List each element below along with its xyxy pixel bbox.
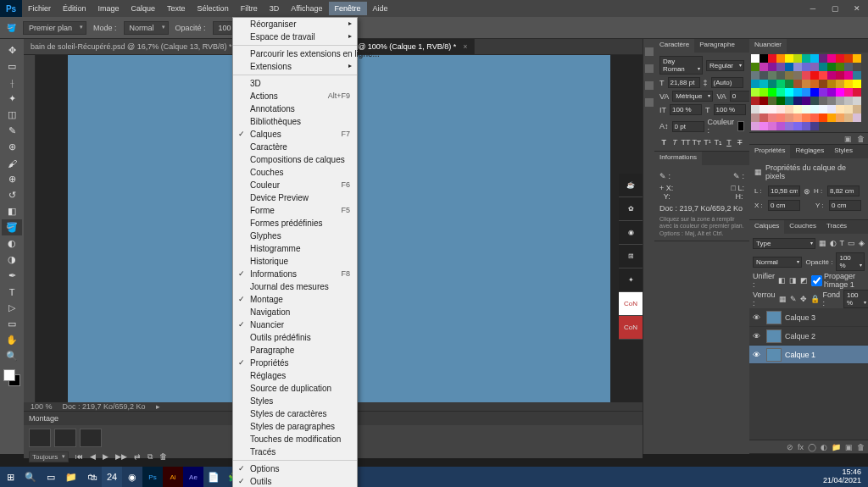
adjustment-icon[interactable]: ◐ [821,443,827,451]
swatch[interactable] [785,88,793,97]
illustrator-icon[interactable]: Ai [163,467,183,487]
menu-item[interactable]: InformationsF8 [233,268,357,280]
menu-3d[interactable]: 3D [264,2,286,15]
font-family-dropdown[interactable]: Day Roman [659,56,703,75]
swatch[interactable] [751,88,760,97]
paths-tab[interactable]: Tracés [821,220,852,234]
dock-icon[interactable] [645,98,654,107]
swatch[interactable] [853,88,861,97]
fill-dropdown[interactable]: 100 % [843,290,868,308]
styles-tab[interactable]: Styles [829,145,858,158]
menu-texte[interactable]: Texte [161,2,192,15]
swatch[interactable] [802,80,810,88]
swatch[interactable] [776,105,785,113]
x-input[interactable] [768,200,800,211]
history-brush-tool[interactable]: ↺ [2,187,22,203]
tl-first-icon[interactable]: ⏮ [75,452,83,461]
layer-row[interactable]: 👁Calque 3 [749,308,868,327]
zoom-level[interactable]: 100 % [31,402,53,411]
swatch[interactable] [810,105,819,113]
fg-color[interactable] [3,369,15,381]
swatch[interactable] [760,122,768,130]
menu-item[interactable]: Device Preview [233,191,357,204]
swatch[interactable] [802,97,810,105]
swatch[interactable] [844,113,853,122]
filter-icon[interactable]: T [840,239,845,247]
tl-prev-icon[interactable]: ◀ [90,452,96,461]
swatch[interactable] [810,71,819,80]
swatch[interactable] [802,113,810,122]
swatch[interactable] [751,113,760,122]
unify-icon[interactable]: ◨ [789,276,797,285]
swatch[interactable] [776,54,785,63]
menu-item[interactable]: Bibliothèques [233,115,357,128]
swatch[interactable] [827,80,836,88]
swatch[interactable] [760,63,768,71]
swatch[interactable] [836,80,844,88]
swatch[interactable] [785,63,793,71]
kerning-dropdown[interactable]: Métrique [672,91,713,102]
menu-item[interactable]: Montage [233,293,357,306]
menu-item[interactable]: Styles [233,395,357,407]
swatch[interactable] [802,122,810,130]
pen-tool[interactable]: ✒ [2,268,22,284]
move-tool[interactable]: ✥ [2,42,22,58]
eraser-tool[interactable]: ◧ [2,203,22,219]
menu-fenêtre[interactable]: Fenêtre [329,2,367,15]
swatch[interactable] [776,63,785,71]
properties-tab[interactable]: Propriétés [749,145,790,158]
swatch[interactable] [760,54,768,63]
swatch[interactable] [793,105,802,113]
paragraph-tab[interactable]: Paragraphe [694,39,740,53]
blend-mode-dropdown[interactable]: Normal [753,257,802,268]
swatch[interactable] [768,88,776,97]
swatch[interactable] [760,113,768,122]
menu-item[interactable]: Tracés [233,445,357,458]
swatch[interactable] [768,63,776,71]
loop-dropdown[interactable]: Toujours [29,451,69,462]
swatch[interactable] [785,80,793,88]
visibility-icon[interactable]: 👁 [753,351,763,359]
swatch[interactable] [802,88,810,97]
hscale-input[interactable] [714,104,746,115]
menu-image[interactable]: Image [92,2,125,15]
filter-icon[interactable]: ▭ [848,239,855,247]
swatch[interactable] [793,113,802,122]
task-view-icon[interactable]: ▭ [41,467,61,487]
swatch[interactable] [793,71,802,80]
swatch[interactable] [819,113,827,122]
swatch[interactable] [768,54,776,63]
swatch[interactable] [810,97,819,105]
menu-item[interactable]: Couches [233,166,357,179]
swatch[interactable] [819,54,827,63]
fill-source-dropdown[interactable]: Premier plan [23,21,86,35]
lock-icon[interactable]: ✥ [800,295,807,303]
swatch[interactable] [810,80,819,88]
swatch[interactable] [836,54,844,63]
crop-tool[interactable]: ◫ [2,107,22,123]
menu-item[interactable]: Touches de modification [233,433,357,445]
swatch[interactable] [793,54,802,63]
subscript-icon[interactable]: T₁ [714,137,723,147]
menu-aide[interactable]: Aide [367,2,394,15]
lock-icon[interactable]: 🔒 [810,295,820,303]
menu-item[interactable]: Réglages [233,369,357,382]
start-button[interactable]: ⊞ [0,467,20,487]
layer-row[interactable]: 👁Calque 1 [749,346,868,364]
italic-icon[interactable]: T [670,137,680,147]
swatch[interactable] [793,122,802,130]
propagate-checkbox[interactable] [811,275,822,286]
font-size-input[interactable] [668,77,700,88]
aftereffects-icon[interactable]: Ae [183,467,203,487]
swatch[interactable] [751,71,760,80]
tl-play-icon[interactable]: ▶ [103,452,108,461]
dock-icon[interactable] [645,64,654,73]
document-tab[interactable]: bain de soleil-Récupéré.psd @ 16,7% (Cal… [24,39,251,54]
visibility-icon[interactable]: 👁 [753,332,763,340]
menu-item[interactable]: Réorganiser [233,18,357,30]
swatch[interactable] [776,71,785,80]
swatch[interactable] [836,113,844,122]
timeline-frame[interactable] [29,429,51,447]
swatch[interactable] [810,54,819,63]
swatch[interactable] [827,113,836,122]
